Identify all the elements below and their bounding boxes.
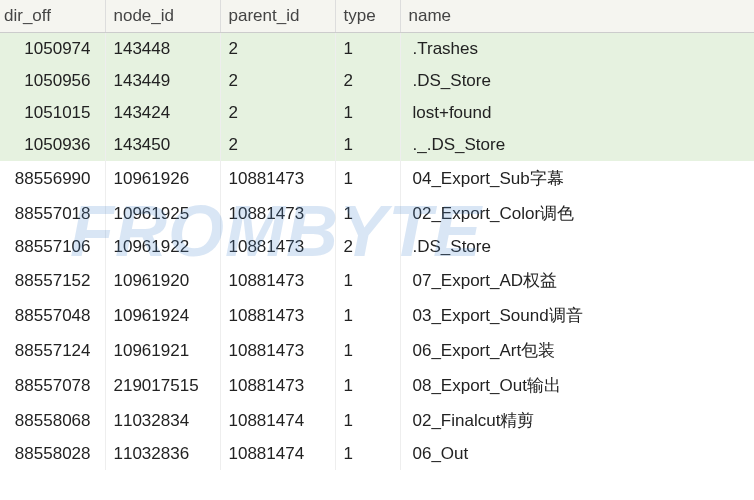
cell-name: lost+found xyxy=(400,97,754,129)
table-row[interactable]: 885580681103283410881474102_Finalcut精剪 xyxy=(0,403,754,438)
cell-type: 1 xyxy=(335,33,400,66)
cell-type: 1 xyxy=(335,129,400,161)
cell-type: 1 xyxy=(335,263,400,298)
cell-name: .DS_Store xyxy=(400,231,754,263)
table-row[interactable]: 885571241096192110881473106_Export_Art包装 xyxy=(0,333,754,368)
cell-parent-id: 10881473 xyxy=(220,263,335,298)
table-row[interactable]: 885570481096192410881473103_Export_Sound… xyxy=(0,298,754,333)
cell-node-id: 11032834 xyxy=(105,403,220,438)
cell-parent-id: 10881474 xyxy=(220,438,335,470)
cell-node-id: 143448 xyxy=(105,33,220,66)
col-header-type[interactable]: type xyxy=(335,0,400,33)
cell-name: .Trashes xyxy=(400,33,754,66)
cell-parent-id: 2 xyxy=(220,129,335,161)
col-header-node-id[interactable]: node_id xyxy=(105,0,220,33)
cell-node-id: 143424 xyxy=(105,97,220,129)
cell-node-id: 10961922 xyxy=(105,231,220,263)
cell-dir-off: 1050974 xyxy=(0,33,105,66)
cell-dir-off: 88557018 xyxy=(0,196,105,231)
cell-type: 1 xyxy=(335,403,400,438)
table-header-row: dir_off node_id parent_id type name xyxy=(0,0,754,33)
table-row[interactable]: 105101514342421lost+found xyxy=(0,97,754,129)
cell-node-id: 11032836 xyxy=(105,438,220,470)
col-header-dir-off[interactable]: dir_off xyxy=(0,0,105,33)
cell-node-id: 143449 xyxy=(105,65,220,97)
cell-dir-off: 1051015 xyxy=(0,97,105,129)
table-row[interactable]: 885571521096192010881473107_Export_AD权益 xyxy=(0,263,754,298)
cell-name: ._.DS_Store xyxy=(400,129,754,161)
cell-name: 06_Out xyxy=(400,438,754,470)
cell-node-id: 143450 xyxy=(105,129,220,161)
cell-name: 07_Export_AD权益 xyxy=(400,263,754,298)
table-row[interactable]: 885569901096192610881473104_Export_Sub字幕 xyxy=(0,161,754,196)
cell-name: 02_Finalcut精剪 xyxy=(400,403,754,438)
table-row[interactable]: 885570181096192510881473102_Export_Color… xyxy=(0,196,754,231)
table-row[interactable]: 105097414344821.Trashes xyxy=(0,33,754,66)
cell-dir-off: 88558068 xyxy=(0,403,105,438)
cell-dir-off: 88557048 xyxy=(0,298,105,333)
cell-parent-id: 10881473 xyxy=(220,298,335,333)
cell-name: 04_Export_Sub字幕 xyxy=(400,161,754,196)
col-header-parent-id[interactable]: parent_id xyxy=(220,0,335,33)
cell-name: 03_Export_Sound调音 xyxy=(400,298,754,333)
cell-dir-off: 88557078 xyxy=(0,368,105,403)
cell-dir-off: 88557106 xyxy=(0,231,105,263)
cell-name: 02_Export_Color调色 xyxy=(400,196,754,231)
col-header-name[interactable]: name xyxy=(400,0,754,33)
table-row[interactable]: 885580281103283610881474106_Out xyxy=(0,438,754,470)
cell-parent-id: 10881473 xyxy=(220,231,335,263)
cell-type: 1 xyxy=(335,438,400,470)
cell-parent-id: 2 xyxy=(220,97,335,129)
table-row[interactable]: 8855710610961922108814732.DS_Store xyxy=(0,231,754,263)
cell-node-id: 219017515 xyxy=(105,368,220,403)
cell-type: 2 xyxy=(335,231,400,263)
cell-parent-id: 10881473 xyxy=(220,333,335,368)
cell-name: .DS_Store xyxy=(400,65,754,97)
table-body: 105097414344821.Trashes105095614344922.D… xyxy=(0,33,754,471)
cell-dir-off: 1050956 xyxy=(0,65,105,97)
cell-parent-id: 10881474 xyxy=(220,403,335,438)
cell-parent-id: 10881473 xyxy=(220,196,335,231)
cell-parent-id: 2 xyxy=(220,65,335,97)
cell-parent-id: 10881473 xyxy=(220,368,335,403)
table-row[interactable]: 8855707821901751510881473108_Export_Out输… xyxy=(0,368,754,403)
cell-dir-off: 88558028 xyxy=(0,438,105,470)
cell-node-id: 10961921 xyxy=(105,333,220,368)
cell-type: 1 xyxy=(335,196,400,231)
cell-dir-off: 88556990 xyxy=(0,161,105,196)
cell-node-id: 10961920 xyxy=(105,263,220,298)
cell-type: 1 xyxy=(335,161,400,196)
cell-dir-off: 1050936 xyxy=(0,129,105,161)
cell-type: 1 xyxy=(335,97,400,129)
table-row[interactable]: 105095614344922.DS_Store xyxy=(0,65,754,97)
cell-node-id: 10961925 xyxy=(105,196,220,231)
cell-name: 06_Export_Art包装 xyxy=(400,333,754,368)
data-table: dir_off node_id parent_id type name 1050… xyxy=(0,0,754,470)
cell-dir-off: 88557152 xyxy=(0,263,105,298)
cell-parent-id: 10881473 xyxy=(220,161,335,196)
cell-type: 1 xyxy=(335,298,400,333)
cell-type: 1 xyxy=(335,333,400,368)
cell-node-id: 10961926 xyxy=(105,161,220,196)
cell-type: 2 xyxy=(335,65,400,97)
cell-name: 08_Export_Out输出 xyxy=(400,368,754,403)
cell-dir-off: 88557124 xyxy=(0,333,105,368)
table-row[interactable]: 105093614345021._.DS_Store xyxy=(0,129,754,161)
cell-node-id: 10961924 xyxy=(105,298,220,333)
cell-type: 1 xyxy=(335,368,400,403)
cell-parent-id: 2 xyxy=(220,33,335,66)
